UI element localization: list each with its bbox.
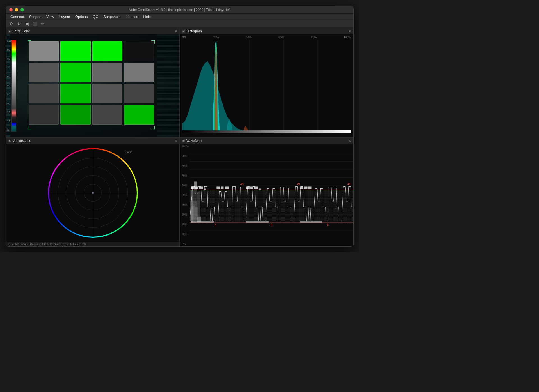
- hist-axis-40: 40%: [246, 36, 252, 39]
- wf-label-0: 0%: [182, 243, 189, 246]
- vs-inner-mask: [49, 149, 137, 237]
- fc-label-60: 60: [7, 75, 12, 78]
- menu-layout[interactable]: Layout: [57, 14, 72, 19]
- panel-icon-wf: ▣: [182, 139, 185, 142]
- cc-row-3: [29, 84, 154, 103]
- fc-label-0: 0: [7, 129, 12, 132]
- menu-scopes[interactable]: Scopes: [27, 14, 43, 19]
- traffic-lights: [9, 8, 24, 11]
- window-title: Nobe OmniScope v1.8.0 | timeinpixels.com…: [129, 8, 231, 12]
- waveform-svg: 49 49 49 7 8 8: [190, 145, 353, 235]
- display-icon[interactable]: ▣: [24, 21, 30, 27]
- histogram-header: ▣ Histogram ×: [180, 28, 353, 34]
- false-color-close[interactable]: ×: [175, 29, 177, 33]
- vectorscope-close[interactable]: ×: [175, 139, 177, 143]
- wf-marker-49-2: 49: [297, 183, 300, 186]
- cc-row-2: [29, 63, 154, 82]
- cc-cell-1-2: [60, 41, 90, 61]
- config-icon[interactable]: ⚙: [16, 21, 22, 27]
- vs-center-dot: [92, 192, 94, 194]
- panel-icon-fc: ▣: [8, 29, 11, 33]
- wf-marker-8-1: 8: [271, 223, 272, 227]
- svg-rect-37: [225, 187, 229, 189]
- svg-rect-41: [259, 189, 261, 190]
- corner-bracket-tr: [151, 40, 155, 44]
- vs-center-cluster: [90, 190, 96, 196]
- waveform-close[interactable]: ×: [349, 139, 351, 143]
- cc-cell-4-3: [92, 105, 122, 125]
- wf-label-30: 30%: [182, 213, 189, 216]
- cc-cell-2-2: [60, 63, 90, 82]
- hist-axis-20: 20%: [213, 36, 219, 39]
- svg-rect-36: [221, 187, 223, 189]
- svg-rect-28: [191, 187, 195, 189]
- vectorscope-title: Vectorscope: [13, 139, 173, 143]
- menubar: Connect Scopes View Layout Options QC Sn…: [6, 14, 353, 20]
- settings-icon[interactable]: ⚙: [8, 21, 14, 27]
- titlebar: Nobe OmniScope v1.8.0 | timeinpixels.com…: [6, 6, 353, 14]
- fc-label-100: 100: [7, 40, 12, 42]
- histogram-close[interactable]: ×: [349, 29, 351, 33]
- hist-gradient-bar: [182, 130, 351, 133]
- wf-label-60: 60%: [182, 184, 189, 187]
- fc-gradient: [11, 40, 16, 132]
- hist-axis-100: 100%: [344, 36, 351, 39]
- wf-label-50: 50%: [182, 194, 189, 197]
- false-color-title: False Color: [13, 29, 173, 33]
- fc-labels: 100 90 80 70 60 50 40 30 20 10 0: [7, 40, 12, 132]
- minimize-button[interactable]: [15, 8, 18, 11]
- menu-snapshots[interactable]: Snapshots: [101, 14, 123, 19]
- wf-label-70: 70%: [182, 174, 189, 177]
- vectorscope-header: ▣ Vectorscope ×: [6, 138, 179, 144]
- vs-200-label: 200%: [125, 150, 132, 153]
- fc-label-10: 10: [7, 120, 12, 123]
- cc-cell-2-4: [124, 63, 154, 82]
- color-checker-grid: [29, 41, 154, 129]
- maximize-button[interactable]: [20, 8, 24, 11]
- menu-connect[interactable]: Connect: [8, 14, 26, 19]
- svg-rect-40: [254, 187, 258, 189]
- fc-label-40: 40: [7, 93, 12, 96]
- wf-marker-49-3: 49: [347, 183, 351, 186]
- waveform-content: 100% 90% 80% 70% 60% 50% 40% 30% 20% 10%…: [180, 144, 353, 247]
- pen-icon[interactable]: ✏: [40, 21, 46, 27]
- cc-cell-4-1: [29, 105, 59, 125]
- svg-rect-29: [195, 187, 198, 189]
- wf-label-90: 90%: [182, 155, 189, 158]
- cc-row-4: [29, 105, 154, 125]
- svg-marker-4: [182, 61, 351, 133]
- wf-label-80: 80%: [182, 165, 189, 167]
- menu-options[interactable]: Options: [73, 14, 90, 19]
- false-color-header: ▣ False Color ×: [6, 28, 179, 34]
- cc-cell-4-4: [124, 105, 154, 125]
- wf-marker-7: 7: [214, 223, 216, 227]
- fc-label-80: 80: [7, 58, 12, 60]
- menu-view[interactable]: View: [44, 14, 56, 19]
- svg-rect-44: [304, 187, 307, 189]
- fc-label-20: 20: [7, 111, 12, 114]
- menu-license[interactable]: License: [124, 14, 141, 19]
- corner-bracket-bl: [28, 126, 31, 129]
- wf-label-100: 100%: [182, 145, 189, 148]
- cc-cell-1-1: [29, 41, 59, 61]
- fc-colorbar: [11, 40, 16, 132]
- hist-chart: [182, 40, 351, 133]
- cc-cell-4-2: [60, 105, 90, 125]
- close-button[interactable]: [9, 8, 13, 11]
- fc-label-90: 90: [7, 49, 12, 51]
- waveform-panel: ▣ Waveform × 100% 90% 80% 70% 60% 50% 40…: [180, 137, 353, 247]
- vs-status-bar: OpenFX DaVinci Resolve: 1920x1080 RGB 10…: [6, 242, 179, 247]
- cc-cell-3-4: [124, 84, 154, 103]
- cc-cell-3-2: [60, 84, 90, 103]
- wf-marker-8-2: 8: [327, 223, 329, 227]
- menu-qc[interactable]: QC: [91, 14, 101, 19]
- svg-rect-45: [307, 187, 311, 189]
- svg-rect-43: [300, 187, 303, 189]
- svg-rect-35: [216, 187, 220, 189]
- layout-icon[interactable]: ⬛: [32, 21, 38, 27]
- hist-axis-0: 0%: [182, 36, 186, 39]
- menu-help[interactable]: Help: [141, 14, 153, 19]
- histogram-content: 0% 20% 40% 60% 80% 100%: [180, 34, 353, 137]
- vs-container: 200%: [48, 148, 138, 238]
- cc-cell-1-4: [124, 41, 154, 61]
